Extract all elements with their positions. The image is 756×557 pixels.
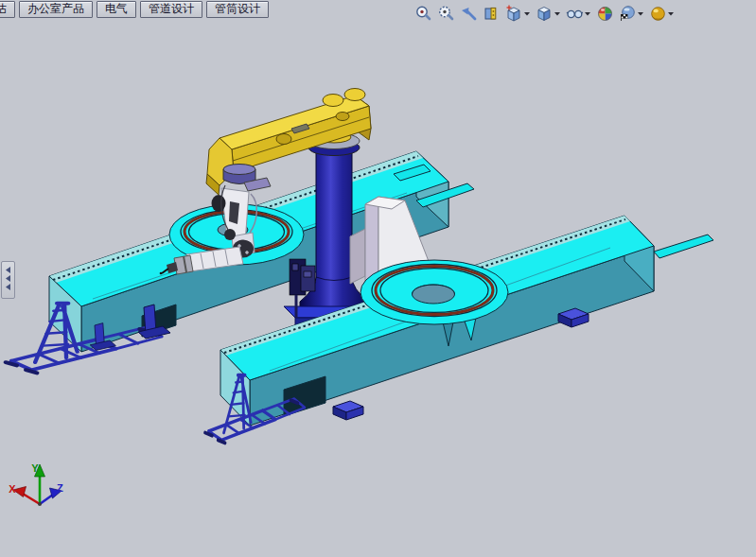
hide-show-items-icon [566,5,584,23]
view-settings-icon [619,5,637,23]
view-orientation-button[interactable] [504,5,532,23]
display-style-icon [536,5,554,23]
section-view-button[interactable] [482,5,501,23]
view-orientation-dropdown-arrow[interactable] [523,5,531,22]
apply-scene-icon [596,5,614,23]
section-view-icon [483,5,501,23]
display-style-dropdown-arrow[interactable] [554,5,561,22]
edit-appearance-button[interactable] [648,5,676,23]
zoom-to-fit-icon [414,5,432,23]
display-style-button[interactable] [535,5,562,23]
tab-evaluate[interactable]: 评估 [0,1,15,18]
view-orientation-icon [505,5,523,23]
apply-scene-button[interactable] [595,5,615,23]
view-settings-button[interactable] [618,5,645,23]
zoom-to-fit-button[interactable] [413,5,433,23]
zoom-to-area-button[interactable] [436,5,456,23]
edit-appearance-dropdown-arrow[interactable] [667,5,675,22]
splitter-collapse-arrows-icon [4,265,12,293]
tab-piping[interactable]: 管道设计 [140,1,202,18]
triad-y-label: Y [31,462,39,474]
previous-view-button[interactable] [459,5,479,23]
previous-view-icon [460,5,478,23]
triad-z-label: Z [57,482,63,494]
graphics-viewport[interactable]: Y X Z [0,0,756,557]
heads-up-view-toolbar [413,3,676,24]
view-settings-dropdown-arrow[interactable] [637,5,644,22]
tab-tubing[interactable]: 管筒设计 [206,1,269,18]
edit-appearance-icon [649,5,667,23]
zoom-to-area-icon [437,5,455,23]
tab-office-products[interactable]: 办公室产品 [19,1,93,18]
triad-x-label: X [9,483,16,495]
rotary-ring-front[interactable] [360,260,508,324]
tab-electrical[interactable]: 电气 [97,1,136,18]
hide-show-items-button[interactable] [565,5,592,23]
hide-show-items-dropdown-arrow[interactable] [584,5,591,22]
feature-panel-splitter[interactable] [1,261,15,299]
solidworks-window: Y X Z 评估 办公室产品 电气 管道设计 管筒设计 [0,0,756,557]
